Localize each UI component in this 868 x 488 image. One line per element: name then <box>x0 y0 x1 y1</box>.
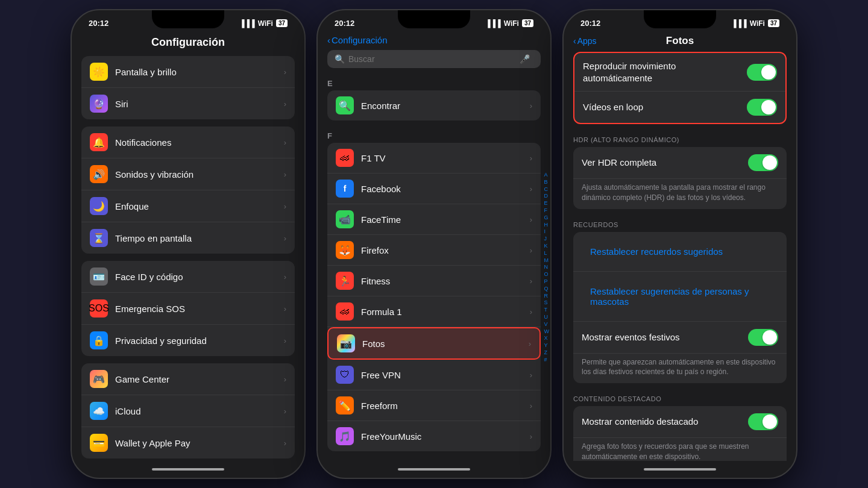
notch <box>152 10 224 28</box>
settings-item-sos[interactable]: SOS Emergencia SOS › <box>81 293 295 325</box>
chevron-icon: › <box>284 272 286 281</box>
formula1-label: Formula 1 <box>361 307 530 317</box>
settings-item-privacy[interactable]: 🔒 Privacidad y seguridad › <box>81 325 295 356</box>
phone-3-content: ‹ Apps Fotos Reproducir movimiento autom… <box>564 31 796 461</box>
section-recuerdos: RECUERDOS <box>573 213 787 232</box>
app-item-freeyourmusic[interactable]: 🎵 FreeYourMusic › <box>327 421 541 451</box>
wifi-icon: WiFi <box>258 19 273 28</box>
app-item-facebook[interactable]: f Facebook › <box>327 174 541 204</box>
fitness-label: Fitness <box>361 276 530 286</box>
loop-toggle[interactable] <box>747 99 777 116</box>
alphabet-index[interactable]: A B C D E F G H I J K L M N O P Q R S T <box>544 172 550 363</box>
f1tv-icon: 🏎 <box>336 149 354 167</box>
battery-icon: 37 <box>276 19 288 27</box>
settings-item-gamecenter[interactable]: 🎮 Game Center › <box>81 363 295 395</box>
motion-label: Reproducir movimiento automáticamente <box>583 60 741 84</box>
gamecenter-label: Game Center <box>115 374 284 384</box>
festivos-desc: Permite que aparezcan automáticamente en… <box>573 354 787 384</box>
freevpn-icon: 🛡 <box>336 366 354 384</box>
app-item-encontrar[interactable]: 🔍 Encontrar › <box>327 90 541 120</box>
encontrar-icon: 🔍 <box>336 96 354 114</box>
festivos-toggle[interactable] <box>748 329 778 346</box>
search-input[interactable] <box>348 54 520 64</box>
freeyourmusic-icon: 🎵 <box>336 427 354 445</box>
settings-item-wallet[interactable]: 💳 Wallet y Apple Pay › <box>81 427 295 458</box>
chevron-icon: › <box>530 215 532 224</box>
contenido-group: Mostrar contenido destacado Agrega foto … <box>573 406 787 461</box>
signal-icon-3: ▐▐▐ <box>731 19 747 28</box>
setting-row-loop: Vídeos en loop <box>574 92 785 123</box>
formula1-icon: 🏎 <box>336 302 354 321</box>
faceid-icon: 🪪 <box>90 267 108 286</box>
app-item-f1tv[interactable]: 🏎 F1 TV › <box>327 143 541 174</box>
personas-link[interactable]: Restablecer sugerencias de personas y ma… <box>582 279 778 314</box>
faceid-label: Face ID y código <box>115 272 284 282</box>
sounds-icon: 🔊 <box>90 165 108 183</box>
contenido-toggle[interactable] <box>748 413 778 430</box>
fotos-header: ‹ Apps Fotos <box>564 31 796 52</box>
settings-item-icloud[interactable]: ☁️ iCloud › <box>81 395 295 427</box>
settings-item-sounds[interactable]: 🔊 Sonidos y vibración › <box>81 158 295 190</box>
back-button-2[interactable]: ‹ Configuración <box>327 35 388 45</box>
wallet-icon: 💳 <box>90 434 108 452</box>
sounds-label: Sonidos y vibración <box>115 169 284 180</box>
app-item-firefox[interactable]: 🦊 Firefox › <box>327 235 541 266</box>
focus-label: Enfoque <box>115 201 284 211</box>
back-label-3: Apps <box>577 36 597 46</box>
fotos-icon: 📷 <box>337 334 355 352</box>
back-chevron-icon-3: ‹ <box>573 36 576 46</box>
hdr-toggle[interactable] <box>748 154 778 171</box>
chevron-icon: › <box>284 234 286 243</box>
back-button-3[interactable]: ‹ Apps <box>573 36 597 46</box>
settings-item-focus[interactable]: 🌙 Enfoque › <box>81 190 295 222</box>
apps-header: ‹ Configuración <box>318 31 550 50</box>
setting-row-personas[interactable]: Restablecer sugerencias de personas y ma… <box>573 272 787 322</box>
sos-label: Emergencia SOS <box>115 304 284 314</box>
settings-item-screentime[interactable]: ⌛ Tiempo en pantalla › <box>81 222 295 254</box>
chevron-icon: › <box>284 375 286 384</box>
privacy-label: Privacidad y seguridad <box>115 336 284 346</box>
app-item-fitness[interactable]: 🏃 Fitness › <box>327 266 541 296</box>
mic-icon: 🎤 <box>520 54 530 64</box>
app-item-freevpn[interactable]: 🛡 Free VPN › <box>327 360 541 390</box>
app-item-freeform[interactable]: ✏️ Freeform › <box>327 390 541 421</box>
settings-list: ☀️ Pantalla y brillo › 🔮 Siri › 🔔 Notifi… <box>72 56 304 461</box>
settings-group-3: 🪪 Face ID y código › SOS Emergencia SOS … <box>81 261 295 356</box>
app-item-fotos[interactable]: 📷 Fotos › <box>327 327 541 360</box>
freeform-label: Freeform <box>361 401 530 411</box>
sos-icon: SOS <box>90 299 108 318</box>
firefox-icon: 🦊 <box>336 241 354 259</box>
app-item-facetime[interactable]: 📹 FaceTime › <box>327 204 541 235</box>
section-letter-f: F <box>327 127 541 143</box>
settings-title: Configuración <box>72 31 304 56</box>
apps-list: E 🔍 Encontrar › F 🏎 F1 TV › f Facebook <box>318 74 550 461</box>
firefox-label: Firefox <box>361 245 530 255</box>
section-contenido: CONTENIDO DESTACADO <box>573 387 787 406</box>
chevron-icon: › <box>284 67 286 77</box>
loop-label: Vídeos en loop <box>583 101 741 113</box>
home-bar-2 <box>398 468 470 471</box>
time-1: 20:12 <box>89 19 108 28</box>
settings-item-notifications[interactable]: 🔔 Notificaciones › <box>81 127 295 158</box>
notch-2 <box>398 10 470 28</box>
setting-row-recuerdos[interactable]: Restablecer recuerdos sugeridos <box>573 232 787 272</box>
settings-item-siri[interactable]: 🔮 Siri › <box>81 88 295 119</box>
siri-icon: 🔮 <box>90 95 108 113</box>
settings-item-faceid[interactable]: 🪪 Face ID y código › <box>81 261 295 293</box>
chevron-icon: › <box>530 401 532 410</box>
status-bar-2: 20:12 ▐▐▐ WiFi 37 <box>318 10 550 31</box>
settings-item-display[interactable]: ☀️ Pantalla y brillo › <box>81 56 295 88</box>
phone-1: 20:12 ▐▐▐ WiFi 37 Configuración ☀️ Panta… <box>71 9 306 479</box>
back-label-2: Configuración <box>332 35 388 45</box>
chevron-icon: › <box>530 307 532 316</box>
chevron-icon: › <box>284 439 286 448</box>
app-item-formula1[interactable]: 🏎 Formula 1 › <box>327 296 541 327</box>
fitness-icon: 🏃 <box>336 272 354 290</box>
chevron-icon: › <box>530 101 532 110</box>
motion-toggle[interactable] <box>747 64 777 81</box>
setting-row-contenido: Mostrar contenido destacado <box>573 406 787 438</box>
app-group-f: 🏎 F1 TV › f Facebook › 📹 FaceTime › 🦊 Fi… <box>327 143 541 451</box>
recuerdos-link[interactable]: Restablecer recuerdos sugeridos <box>582 239 731 264</box>
chevron-icon: › <box>529 339 531 348</box>
facebook-icon: f <box>336 180 354 198</box>
